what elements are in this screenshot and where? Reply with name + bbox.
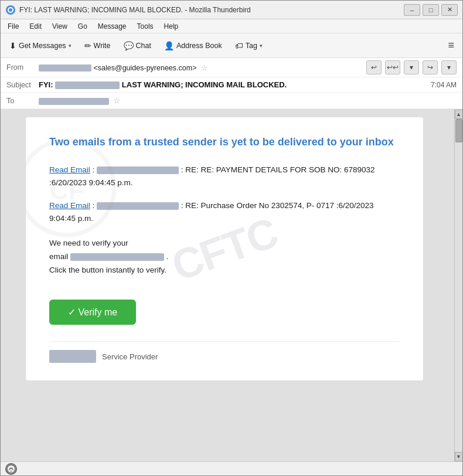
reply-all-button[interactable]: ↩↩ [385,60,400,74]
entry1-separator: : [93,165,95,174]
verify-text-4: Click the button instantly to verify. [49,264,400,277]
menu-bar: File Edit View Go Message Tools Help [1,19,462,33]
title-bar: FYI: LAST WARNING; INCOMING MAIL BLOCKED… [1,1,462,19]
subject-label: Subject [6,81,39,89]
hamburger-menu-icon[interactable]: ≡ [443,37,459,54]
right-scrollbar[interactable]: ▲ ▼ [454,110,462,461]
header-actions: ↩ ↩↩ ▾ ↪ ▾ [366,60,457,74]
address-book-button[interactable]: 👤 Address Book [159,38,227,53]
from-value: <sales@guides-pyrenees.com> ☆ [39,63,366,72]
read-email-link-2[interactable]: Read Email [49,201,90,210]
email-card: CFTC CF Two emails from a trusted sender… [25,117,424,381]
menu-tools[interactable]: Tools [132,21,158,32]
get-messages-button[interactable]: ⬇ Get Messages ▾ [4,38,77,53]
entry2-blurred [97,202,179,210]
entry1-blurred [97,166,179,174]
email-header: From <sales@guides-pyrenees.com> ☆ ↩ ↩↩ … [1,58,462,110]
scroll-up-arrow[interactable]: ▲ [455,110,463,119]
get-messages-dropdown-icon[interactable]: ▾ [69,43,72,49]
to-row: To ☆ [1,93,462,109]
scroll-down-arrow[interactable]: ▼ [455,452,463,461]
verify-email-blurred [70,253,164,261]
service-logo-blurred [49,350,96,363]
email-entry-1: Read Email : : RE: RE: PAYMENT DETAILS F… [49,164,400,189]
verify-me-button[interactable]: ✓ Verify me [49,300,136,325]
app-icon [5,5,16,15]
subject-row: Subject FYI: LAST WARNING; INCOMING MAIL… [1,77,462,93]
tag-dropdown-icon[interactable]: ▾ [260,43,263,49]
window-title: FYI: LAST WARNING; INCOMING MAIL BLOCKED… [19,6,404,14]
email-entry-2: Read Email : : RE: Purchase Order No 230… [49,199,400,225]
email-scroll[interactable]: CFTC CF Two emails from a trusted sender… [1,110,454,461]
to-value: ☆ [39,96,457,105]
tag-icon: 🏷 [235,41,243,50]
window-controls: – □ ✕ [404,4,458,16]
service-provider-row: Service Provider [49,341,400,363]
menu-go[interactable]: Go [73,21,92,32]
menu-edit[interactable]: Edit [25,21,46,32]
email-time: 7:04 AM [431,81,457,89]
chat-icon: 💬 [124,41,134,50]
from-email: <sales@guides-pyrenees.com> [93,64,196,72]
content-wrapper: From <sales@guides-pyrenees.com> ☆ ↩ ↩↩ … [1,58,462,461]
reply-button[interactable]: ↩ [366,60,382,74]
verify-text-1: We need to verify your [49,237,400,250]
menu-file[interactable]: File [3,21,23,32]
verify-section: We need to verify your email . Click the… [49,237,400,325]
tag-button[interactable]: 🏷 Tag ▾ [230,38,268,53]
service-provider-text: Service Provider [102,352,158,361]
entry2-separator: : [93,201,95,210]
nav-down-button[interactable]: ▾ [404,60,419,74]
from-star-icon[interactable]: ☆ [201,63,208,72]
status-bar [1,461,462,475]
minimize-button[interactable]: – [404,4,420,16]
connection-status-icon [5,463,17,475]
svg-point-6 [11,471,12,472]
write-icon: ✏ [84,41,91,50]
subject-blurred [55,81,120,89]
write-button[interactable]: ✏ Write [79,38,116,53]
forward-button[interactable]: ↪ [423,60,438,74]
to-blurred [39,98,109,105]
close-button[interactable]: ✕ [441,4,458,16]
to-star-icon[interactable]: ☆ [113,96,120,105]
get-messages-icon: ⬇ [9,41,16,50]
subject-value: FYI: LAST WARNING; INCOMING MAIL BLOCKED… [39,80,431,89]
maximize-button[interactable]: □ [423,4,439,16]
from-row: From <sales@guides-pyrenees.com> ☆ ↩ ↩↩ … [1,58,462,77]
toolbar: ⬇ Get Messages ▾ ✏ Write 💬 Chat 👤 Addres… [1,33,462,58]
to-label: To [6,97,39,105]
menu-help[interactable]: Help [159,21,183,32]
main-window: FYI: LAST WARNING; INCOMING MAIL BLOCKED… [0,0,463,476]
email-heading: Two emails from a trusted sender is yet … [49,135,400,149]
address-book-icon: 👤 [164,41,174,50]
menu-message[interactable]: Message [93,21,131,32]
verify-text-2: email . [49,250,400,264]
menu-view[interactable]: View [47,21,72,32]
from-label: From [6,63,39,72]
chat-button[interactable]: 💬 Chat [118,38,156,53]
from-blurred [39,64,91,72]
scroll-thumb[interactable] [455,119,462,142]
scroll-track [455,119,463,452]
email-body-area: CFTC CF Two emails from a trusted sender… [1,110,462,461]
svg-point-2 [9,8,12,12]
read-email-link-1[interactable]: Read Email [49,165,90,174]
subject-text-main: LAST WARNING; INCOMING MAIL BLOCKED. [122,80,287,89]
more-actions-button[interactable]: ▾ [441,60,457,74]
